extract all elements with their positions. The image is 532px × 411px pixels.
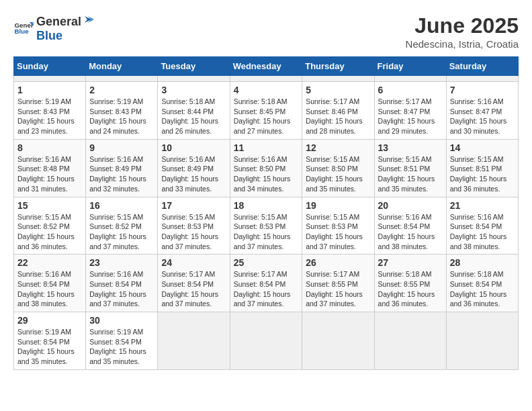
calendar-week-row: 15Sunrise: 5:15 AMSunset: 8:52 PMDayligh…	[14, 197, 519, 255]
day-number: 25	[234, 257, 299, 268]
day-number: 19	[306, 200, 370, 211]
title-block: June 2025 Nedescina, Istria, Croatia	[406, 13, 519, 50]
calendar-day-cell: 12Sunrise: 5:15 AMSunset: 8:50 PMDayligh…	[302, 139, 374, 197]
day-number: 2	[89, 85, 154, 95]
day-number: 10	[161, 142, 226, 153]
day-number: 22	[17, 257, 82, 268]
calendar-week-row: 22Sunrise: 5:16 AMSunset: 8:54 PMDayligh…	[14, 255, 519, 312]
calendar-week-row: 1Sunrise: 5:19 AMSunset: 8:43 PMDaylight…	[14, 82, 519, 140]
svg-marker-4	[85, 16, 91, 23]
calendar-day-cell: 7Sunrise: 5:16 AMSunset: 8:47 PMDaylight…	[446, 82, 518, 140]
day-info: Sunrise: 5:16 AMSunset: 8:49 PMDaylight:…	[161, 154, 226, 194]
day-info: Sunrise: 5:18 AMSunset: 8:55 PMDaylight:…	[378, 269, 443, 309]
weekday-header-row: SundayMondayTuesdayWednesdayThursdayFrid…	[14, 57, 519, 76]
weekday-header-saturday: Saturday	[446, 57, 518, 76]
weekday-header-friday: Friday	[374, 57, 446, 76]
calendar-day-cell: 6Sunrise: 5:17 AMSunset: 8:47 PMDaylight…	[374, 82, 446, 140]
day-info: Sunrise: 5:19 AMSunset: 8:43 PMDaylight:…	[89, 97, 154, 136]
weekday-header-tuesday: Tuesday	[158, 57, 230, 76]
calendar-day-cell: 28Sunrise: 5:18 AMSunset: 8:54 PMDayligh…	[446, 255, 518, 312]
day-info: Sunrise: 5:18 AMSunset: 8:44 PMDaylight:…	[161, 97, 226, 136]
day-info: Sunrise: 5:15 AMSunset: 8:53 PMDaylight:…	[234, 212, 299, 252]
calendar-day-cell: 20Sunrise: 5:16 AMSunset: 8:54 PMDayligh…	[374, 197, 446, 255]
day-number: 28	[450, 257, 515, 268]
calendar-table: SundayMondayTuesdayWednesdayThursdayFrid…	[13, 56, 519, 370]
calendar-day-cell: 30Sunrise: 5:19 AMSunset: 8:54 PMDayligh…	[86, 312, 158, 370]
logo: General Blue General Blue	[13, 13, 95, 43]
day-info: Sunrise: 5:15 AMSunset: 8:53 PMDaylight:…	[306, 212, 370, 252]
day-info: Sunrise: 5:17 AMSunset: 8:54 PMDaylight:…	[234, 269, 299, 309]
page-header: General Blue General Blue June 2025 Nede…	[13, 13, 519, 50]
logo-blue: Blue	[36, 29, 95, 43]
calendar-day-cell: 4Sunrise: 5:18 AMSunset: 8:45 PMDaylight…	[230, 82, 302, 140]
day-info: Sunrise: 5:15 AMSunset: 8:53 PMDaylight:…	[161, 212, 226, 252]
calendar-day-cell: 26Sunrise: 5:17 AMSunset: 8:55 PMDayligh…	[302, 255, 374, 312]
calendar-day-cell	[446, 76, 518, 82]
day-number: 12	[306, 142, 370, 153]
day-info: Sunrise: 5:16 AMSunset: 8:54 PMDaylight:…	[450, 212, 515, 252]
calendar-day-cell: 3Sunrise: 5:18 AMSunset: 8:44 PMDaylight…	[158, 82, 230, 140]
day-info: Sunrise: 5:16 AMSunset: 8:50 PMDaylight:…	[234, 154, 299, 194]
calendar-day-cell: 17Sunrise: 5:15 AMSunset: 8:53 PMDayligh…	[158, 197, 230, 255]
calendar-day-cell	[230, 76, 302, 82]
svg-text:Blue: Blue	[15, 28, 30, 35]
calendar-day-cell	[302, 312, 374, 370]
location-title: Nedescina, Istria, Croatia	[406, 38, 519, 50]
day-info: Sunrise: 5:17 AMSunset: 8:54 PMDaylight:…	[161, 269, 226, 309]
day-number: 9	[89, 142, 154, 153]
weekday-header-thursday: Thursday	[302, 57, 374, 76]
calendar-day-cell: 23Sunrise: 5:16 AMSunset: 8:54 PMDayligh…	[86, 255, 158, 312]
calendar-day-cell: 10Sunrise: 5:16 AMSunset: 8:49 PMDayligh…	[158, 139, 230, 197]
calendar-day-cell: 27Sunrise: 5:18 AMSunset: 8:55 PMDayligh…	[374, 255, 446, 312]
day-info: Sunrise: 5:19 AMSunset: 8:54 PMDaylight:…	[89, 327, 154, 367]
calendar-day-cell: 25Sunrise: 5:17 AMSunset: 8:54 PMDayligh…	[230, 255, 302, 312]
calendar-day-cell	[374, 76, 446, 82]
day-info: Sunrise: 5:15 AMSunset: 8:51 PMDaylight:…	[450, 154, 515, 194]
month-title: June 2025	[406, 13, 519, 38]
day-number: 11	[234, 142, 299, 153]
day-info: Sunrise: 5:16 AMSunset: 8:48 PMDaylight:…	[17, 154, 82, 194]
day-info: Sunrise: 5:19 AMSunset: 8:43 PMDaylight:…	[17, 97, 82, 136]
day-info: Sunrise: 5:16 AMSunset: 8:54 PMDaylight:…	[17, 269, 82, 309]
day-info: Sunrise: 5:16 AMSunset: 8:54 PMDaylight:…	[378, 212, 443, 252]
calendar-day-cell: 16Sunrise: 5:15 AMSunset: 8:52 PMDayligh…	[86, 197, 158, 255]
calendar-day-cell	[230, 312, 302, 370]
calendar-day-cell: 8Sunrise: 5:16 AMSunset: 8:48 PMDaylight…	[14, 139, 86, 197]
calendar-week-row	[14, 76, 519, 82]
day-number: 4	[234, 85, 299, 95]
calendar-day-cell: 19Sunrise: 5:15 AMSunset: 8:53 PMDayligh…	[302, 197, 374, 255]
day-number: 16	[89, 200, 154, 211]
day-number: 1	[17, 85, 82, 95]
day-info: Sunrise: 5:17 AMSunset: 8:47 PMDaylight:…	[378, 97, 443, 136]
calendar-day-cell: 21Sunrise: 5:16 AMSunset: 8:54 PMDayligh…	[446, 197, 518, 255]
calendar-day-cell	[374, 312, 446, 370]
calendar-day-cell: 15Sunrise: 5:15 AMSunset: 8:52 PMDayligh…	[14, 197, 86, 255]
calendar-day-cell	[86, 76, 158, 82]
day-number: 3	[161, 85, 226, 95]
calendar-day-cell: 11Sunrise: 5:16 AMSunset: 8:50 PMDayligh…	[230, 139, 302, 197]
day-number: 30	[89, 315, 154, 326]
day-info: Sunrise: 5:16 AMSunset: 8:49 PMDaylight:…	[89, 154, 154, 194]
day-number: 23	[89, 257, 154, 268]
calendar-day-cell: 14Sunrise: 5:15 AMSunset: 8:51 PMDayligh…	[446, 139, 518, 197]
day-info: Sunrise: 5:15 AMSunset: 8:52 PMDaylight:…	[89, 212, 154, 252]
day-info: Sunrise: 5:17 AMSunset: 8:46 PMDaylight:…	[306, 97, 370, 136]
calendar-day-cell: 2Sunrise: 5:19 AMSunset: 8:43 PMDaylight…	[86, 82, 158, 140]
calendar-week-row: 8Sunrise: 5:16 AMSunset: 8:48 PMDaylight…	[14, 139, 519, 197]
day-number: 18	[234, 200, 299, 211]
calendar-day-cell	[158, 76, 230, 82]
calendar-week-row: 29Sunrise: 5:19 AMSunset: 8:54 PMDayligh…	[14, 312, 519, 370]
day-number: 17	[161, 200, 226, 211]
calendar-day-cell: 18Sunrise: 5:15 AMSunset: 8:53 PMDayligh…	[230, 197, 302, 255]
calendar-day-cell	[302, 76, 374, 82]
weekday-header-sunday: Sunday	[14, 57, 86, 76]
calendar-day-cell: 9Sunrise: 5:16 AMSunset: 8:49 PMDaylight…	[86, 139, 158, 197]
calendar-day-cell: 22Sunrise: 5:16 AMSunset: 8:54 PMDayligh…	[14, 255, 86, 312]
calendar-day-cell: 5Sunrise: 5:17 AMSunset: 8:46 PMDaylight…	[302, 82, 374, 140]
day-number: 27	[378, 257, 443, 268]
day-number: 6	[378, 85, 443, 95]
day-info: Sunrise: 5:15 AMSunset: 8:51 PMDaylight:…	[378, 154, 443, 194]
logo-arrow-icon	[82, 13, 94, 26]
day-info: Sunrise: 5:17 AMSunset: 8:55 PMDaylight:…	[306, 269, 370, 309]
weekday-header-monday: Monday	[86, 57, 158, 76]
